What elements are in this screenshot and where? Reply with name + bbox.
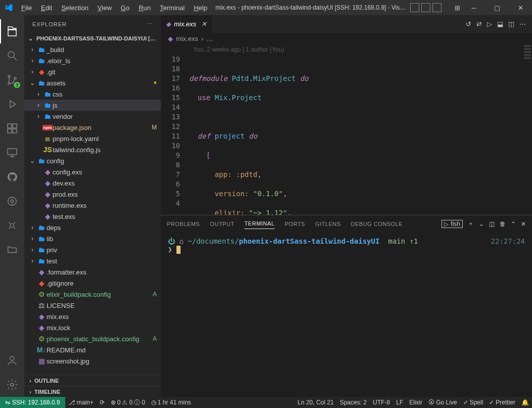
timeline-icon[interactable]: ↺ — [466, 20, 471, 28]
status-time[interactable]: ◷1 hr 41 mins — [148, 399, 194, 406]
status-sync[interactable]: ⟳ — [97, 399, 108, 406]
status-prettier[interactable]: ✓Prettier — [486, 399, 518, 406]
status-golive[interactable]: ⦿Go Live — [425, 399, 460, 406]
status-spell[interactable]: ✓Spell — [460, 399, 486, 406]
activity-settings[interactable] — [0, 373, 24, 397]
project-header[interactable]: ⌄ PHOENIX-DARTSASS-TAILWIND-DAISYUI [SS… — [24, 33, 161, 44]
tree-file--formatter-exs[interactable]: ◆.formatter.exs — [24, 266, 161, 278]
kill-terminal-icon[interactable]: 🗑 — [500, 220, 506, 228]
tree-folder--git[interactable]: ›◆.git — [24, 66, 161, 77]
tree-file-license[interactable]: ⚖LICENSE — [24, 300, 161, 311]
close-tab-icon[interactable]: ✕ — [201, 20, 207, 28]
status-pos[interactable]: Ln 20, Col 21 — [294, 399, 336, 406]
menu-run[interactable]: Run — [135, 2, 155, 14]
activity-explorer[interactable] — [0, 19, 24, 43]
menu-selection[interactable]: Selection — [57, 2, 92, 14]
tree-file-package-json[interactable]: npmpackage.jsonM — [24, 122, 161, 133]
tree-folder--elixir-ls[interactable]: ›🖿.elixir_ls — [24, 55, 161, 66]
tree-file-mix-lock[interactable]: ◆mix.lock — [24, 322, 161, 333]
activity-gitlens[interactable] — [0, 189, 24, 213]
tree-file-screenshot-jpg[interactable]: ▦screenshot.jpg — [24, 355, 161, 367]
menu-file[interactable]: File — [17, 2, 36, 14]
code[interactable]: defmodule Pdtd.MixProject do use Mix.Pro… — [189, 44, 523, 215]
status-problems[interactable]: ⊗0 ⚠0 ⓘ0 — [108, 398, 148, 407]
status-lang[interactable]: Elixir — [406, 399, 425, 406]
status-spaces[interactable]: Spaces: 2 — [337, 399, 370, 406]
activity-github[interactable] — [0, 165, 24, 189]
tree-folder-config[interactable]: ⌄🖿config — [24, 155, 161, 166]
activity-search[interactable] — [0, 43, 24, 68]
breadcrumbs[interactable]: ◆ mix.exs › … — [161, 33, 532, 44]
tree-file-prod-exs[interactable]: ◆prod.exs — [24, 189, 161, 200]
tree-file-elixir-buildpack-config[interactable]: ⚙elixir_buildpack.configA — [24, 289, 161, 300]
panel-tab-gitlens[interactable]: GITLENS — [315, 221, 341, 227]
git-compare-icon[interactable]: ⇄ — [476, 20, 482, 28]
remote-indicator[interactable]: ⇋SSH: 192.168.0.9 — [0, 397, 65, 408]
tree-file-tailwind-config-js[interactable]: JStailwind.config.js — [24, 144, 161, 155]
tree-folder--build[interactable]: ›🖿_build — [24, 44, 161, 55]
tree-folder-test[interactable]: ›🖿test — [24, 255, 161, 266]
activity-liveshare[interactable] — [0, 213, 24, 238]
layout-controls[interactable] — [410, 3, 441, 12]
editor-area: ◆ mix.exs ✕ ↺ ⇄ ▷ ⬓ ◫ ⋯ ◆ mix.exs › … Yo… — [161, 15, 532, 397]
tree-folder-assets[interactable]: ⌄🖿assets• — [24, 77, 161, 88]
status-bell[interactable]: 🔔 — [518, 399, 532, 406]
panel-tab-ports[interactable]: PORTS — [285, 221, 305, 227]
split-icon[interactable]: ◫ — [508, 20, 514, 28]
tree-folder-js[interactable]: ›🖿js — [24, 100, 161, 111]
close-panel-icon[interactable]: ✕ — [521, 220, 526, 228]
tree-file--gitignore[interactable]: ◆.gitignore — [24, 278, 161, 289]
maximize-panel-icon[interactable]: ⌃ — [511, 220, 516, 228]
tree-folder-deps[interactable]: ›🖿deps — [24, 222, 161, 233]
tree-file-readme-md[interactable]: M↓README.md — [24, 344, 161, 355]
tree-file-pnpm-lock-yaml[interactable]: ≣pnpm-lock.yaml — [24, 133, 161, 144]
activity-folder[interactable] — [0, 238, 24, 262]
panel-tab-problems[interactable]: PROBLEMS — [167, 221, 200, 227]
sidebar-more-icon[interactable]: ⋯ — [147, 21, 153, 27]
minimize-button[interactable]: ─ — [462, 0, 485, 15]
editor[interactable]: You, 2 weeks ago | 1 author (You) 191817… — [161, 44, 532, 215]
tab-mix-exs[interactable]: ◆ mix.exs ✕ — [161, 15, 212, 33]
tree-file-test-exs[interactable]: ◆test.exs — [24, 211, 161, 222]
split-terminal-icon[interactable]: ◫ — [489, 220, 495, 228]
panel-tab-debug-console[interactable]: DEBUG CONSOLE — [351, 221, 403, 227]
tree-file-runtime-exs[interactable]: ◆runtime.exs — [24, 200, 161, 211]
status-encoding[interactable]: UTF-8 — [370, 399, 393, 406]
menu-terminal[interactable]: Terminal — [156, 2, 189, 14]
run-icon[interactable]: ▷ — [487, 20, 492, 28]
tree-folder-priv[interactable]: ›🖿priv — [24, 244, 161, 255]
customize-layout-icon[interactable]: ⊞ — [455, 4, 460, 12]
new-terminal-icon[interactable]: ＋ — [468, 219, 474, 228]
menu-help[interactable]: Help — [190, 2, 211, 14]
tree-folder-vendor[interactable]: ›🖿vendor — [24, 111, 161, 122]
terminal-dropdown-icon[interactable]: ⌄ — [479, 220, 484, 228]
activity-account[interactable] — [0, 348, 24, 373]
menu-view[interactable]: View — [94, 2, 116, 14]
panel-tab-terminal[interactable]: TERMINAL — [244, 220, 275, 229]
timeline-section[interactable]: ›TIMELINE — [24, 386, 161, 397]
tree-file-dev-exs[interactable]: ◆dev.exs — [24, 177, 161, 189]
vscode-icon — [0, 3, 17, 12]
tree-file-config-exs[interactable]: ◆config.exs — [24, 166, 161, 177]
outline-section[interactable]: ›OUTLINE — [24, 375, 161, 386]
minimap[interactable] — [523, 44, 532, 215]
terminal[interactable]: ⏻ ⌂ ~/documents/phoenix-dartSass-tailwin… — [161, 232, 532, 397]
activity-extensions[interactable] — [0, 116, 24, 141]
diff-icon[interactable]: ⬓ — [497, 20, 503, 28]
status-branch[interactable]: ⎇main+ — [65, 399, 97, 406]
panel-tab-output[interactable]: OUTPUT — [210, 221, 234, 227]
tree-folder-lib[interactable]: ›🖿lib — [24, 233, 161, 244]
tree-file-mix-exs[interactable]: ◆mix.exs — [24, 311, 161, 322]
terminal-shell-select[interactable]: ▷ fish — [441, 220, 463, 228]
tree-folder-css[interactable]: ›🖿css — [24, 88, 161, 100]
close-button[interactable]: ✕ — [509, 0, 532, 15]
activity-scm[interactable]: 3 — [0, 68, 24, 92]
activity-debug[interactable] — [0, 92, 24, 116]
menu-edit[interactable]: Edit — [37, 2, 56, 14]
status-eol[interactable]: LF — [393, 399, 406, 406]
more-icon[interactable]: ⋯ — [519, 20, 526, 28]
maximize-button[interactable]: ▢ — [485, 0, 509, 15]
activity-remote[interactable] — [0, 141, 24, 165]
tree-file-phoenix-static-buildpack-config[interactable]: ⚙phoenix_static_buildpack.configA — [24, 333, 161, 344]
menu-go[interactable]: Go — [117, 2, 134, 14]
